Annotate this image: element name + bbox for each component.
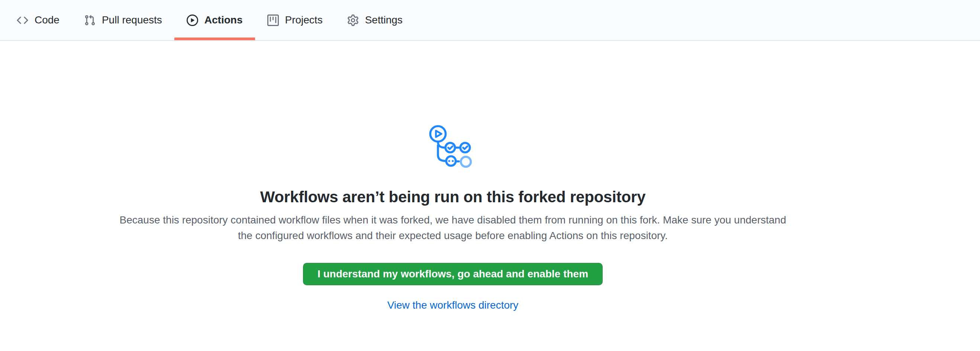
tab-pull-requests-label: Pull requests: [102, 14, 162, 26]
project-icon: [267, 14, 279, 26]
tab-projects-label: Projects: [285, 14, 323, 26]
tab-settings[interactable]: Settings: [335, 0, 415, 40]
view-workflows-directory-link[interactable]: View the workflows directory: [0, 299, 906, 311]
repo-nav: Code Pull requests Actions Projects Sett: [0, 0, 980, 41]
tab-code-label: Code: [35, 14, 59, 26]
blankslate: Workflows aren’t being run on this forke…: [0, 41, 906, 311]
gear-icon: [347, 14, 359, 26]
tab-actions-label: Actions: [204, 14, 243, 26]
actions-disabled-page: Workflows aren’t being run on this forke…: [0, 41, 980, 311]
play-icon: [187, 14, 198, 26]
tab-settings-label: Settings: [365, 14, 402, 26]
repo-tab-bar: Code Pull requests Actions Projects Sett: [5, 0, 415, 40]
tab-pull-requests[interactable]: Pull requests: [72, 0, 174, 40]
tab-code[interactable]: Code: [5, 0, 72, 40]
page-description: Because this repository contained workfl…: [116, 212, 789, 243]
code-icon: [17, 14, 28, 26]
tab-projects[interactable]: Projects: [255, 0, 335, 40]
page-title: Workflows aren’t being run on this forke…: [0, 188, 906, 206]
git-pull-request-icon: [84, 14, 95, 26]
workflow-graphic-icon: [425, 121, 481, 173]
tab-actions[interactable]: Actions: [174, 0, 255, 40]
enable-workflows-button[interactable]: I understand my workflows, go ahead and …: [303, 263, 603, 285]
